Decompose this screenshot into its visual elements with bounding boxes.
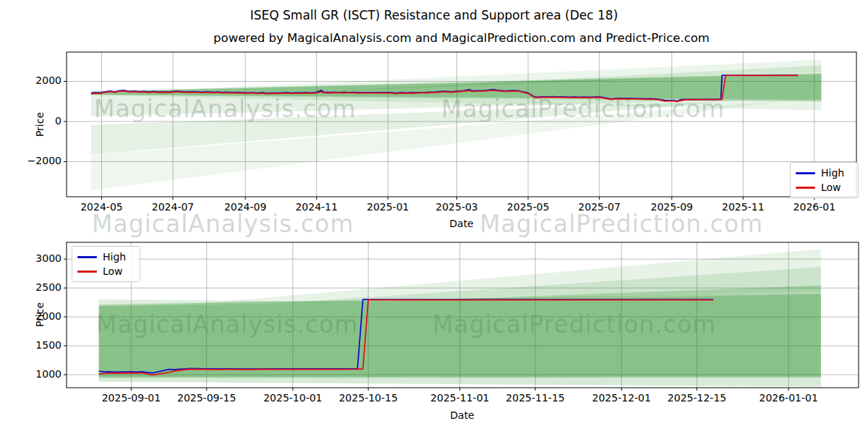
x-tick-label: 2025-12-01 — [589, 392, 654, 404]
x-axis-label-bottom: Date — [441, 409, 484, 421]
x-tick-label: 2024-11 — [284, 201, 349, 213]
x-tick-label: 2025-11-01 — [427, 392, 493, 404]
legend-item-low: Low — [77, 265, 134, 278]
page-title: ISEQ Small GR (ISCT) Resistance and Supp… — [0, 8, 868, 22]
x-tick-label: 2024-05 — [69, 201, 134, 213]
legend-label-high: High — [821, 167, 844, 179]
x-tick-label: 2025-11-15 — [503, 392, 568, 404]
x-tick-label: 2024-09 — [213, 201, 278, 213]
high-line-sample — [77, 256, 97, 258]
x-tick-label: 2026-01 — [782, 201, 847, 213]
legend-item-high: High — [796, 166, 852, 180]
x-tick-label: 2026-01-01 — [756, 392, 821, 404]
legend-label-low: Low — [821, 182, 841, 193]
x-tick-label: 2024-07 — [140, 201, 205, 213]
low-line-sample — [77, 271, 97, 273]
high-line-sample — [796, 172, 815, 174]
x-tick-label: 2025-11 — [710, 201, 775, 213]
legend-label-low: Low — [103, 265, 123, 277]
x-tick-label: 2025-03 — [425, 201, 490, 213]
x-tick-label: 2025-10-15 — [336, 392, 401, 404]
legend-item-high: High — [77, 250, 134, 264]
charts-canvas — [0, 0, 868, 434]
x-axis-label-top: Date — [440, 218, 483, 229]
x-tick-label: 2025-05 — [495, 201, 561, 213]
low-line-sample — [796, 187, 815, 189]
legend-item-low: Low — [796, 181, 852, 195]
y-tick-label: 3000 — [14, 252, 61, 264]
y-tick-label: 2500 — [14, 281, 61, 293]
y-tick-label: 1000 — [14, 368, 61, 380]
x-tick-label: 2025-12-15 — [665, 392, 730, 404]
x-tick-label: 2025-09-01 — [98, 392, 163, 404]
x-tick-label: 2025-09 — [639, 201, 705, 213]
y-tick-label: 2000 — [14, 310, 61, 322]
x-tick-label: 2025-01 — [355, 201, 420, 213]
legend-top-chart: High Low — [790, 162, 859, 198]
legend-bottom-chart: High Low — [72, 246, 140, 282]
y-tick-label: 1500 — [14, 339, 61, 351]
legend-label-high: High — [103, 251, 126, 263]
y-tick-label: −2000 — [14, 155, 61, 166]
y-tick-label: 2000 — [14, 75, 61, 86]
x-tick-label: 2025-09-15 — [174, 392, 239, 404]
x-tick-label: 2025-07 — [567, 201, 632, 213]
x-tick-label: 2025-10-01 — [260, 392, 326, 404]
y-tick-label: 0 — [14, 115, 61, 127]
subtitle: powered by MagicalAnalysis.com and Magic… — [67, 31, 856, 45]
figure: ISEQ Small GR (ISCT) Resistance and Supp… — [0, 0, 868, 434]
